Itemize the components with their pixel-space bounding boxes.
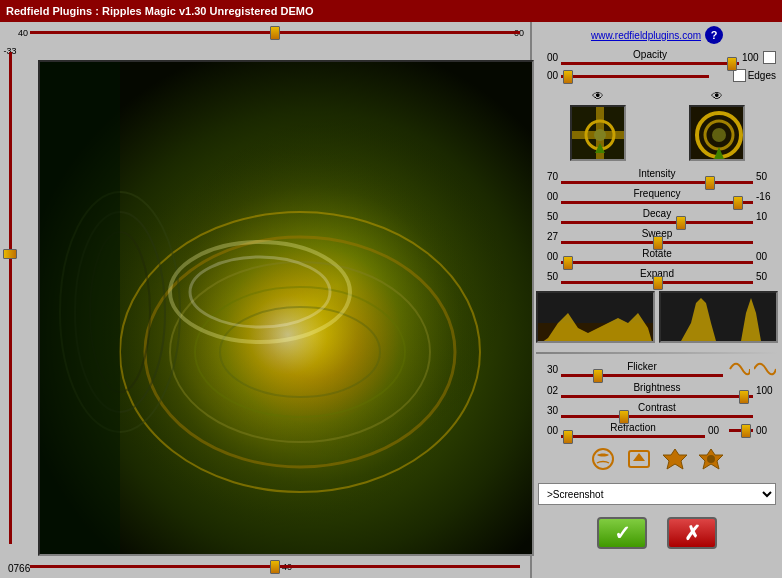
brightness-left: 02 [538, 385, 560, 396]
opacity-checkbox[interactable] [763, 51, 776, 64]
frequency-row: 00 Frequency -16 [538, 188, 776, 204]
intensity-slider[interactable] [561, 181, 753, 184]
rotate-slider[interactable] [561, 261, 753, 264]
brightness-slider[interactable] [561, 395, 753, 398]
histogram-left [536, 291, 655, 343]
deco-icon-2[interactable] [625, 447, 653, 471]
sweep-thumb[interactable] [653, 236, 663, 250]
brightness-right: 100 [754, 385, 776, 396]
expand-left: 50 [538, 271, 560, 282]
frequency-label: Frequency [633, 188, 680, 199]
screenshot-select[interactable]: >Screenshot [538, 483, 776, 505]
contrast-label: Contrast [638, 402, 676, 413]
decay-slider[interactable] [561, 221, 753, 224]
contrast-thumb[interactable] [619, 410, 629, 424]
svg-rect-13 [40, 62, 120, 556]
refraction-right2: 00 [754, 425, 776, 436]
second-slider[interactable] [561, 75, 709, 78]
expand-thumb[interactable] [653, 276, 663, 290]
sweep-row: 27 Sweep [538, 228, 776, 244]
second-slider-row: 00 Edges [538, 69, 776, 82]
refraction-thumb[interactable] [563, 430, 573, 444]
right-panel: www.redfieldplugins.com ? 00 Opacity 100… [530, 22, 782, 578]
title-bar: Redfield Plugins : Ripples Magic v1.30 U… [0, 0, 782, 22]
intensity-right: 50 [754, 171, 776, 182]
refraction-row: 00 Refraction 00 00 [538, 422, 776, 438]
left-panel: 40 00 -33 [0, 22, 530, 578]
intensity-left: 70 [538, 171, 560, 182]
website-link[interactable]: www.redfieldplugins.com [591, 30, 701, 41]
bottom-h-slider[interactable] [30, 562, 520, 570]
wave-icon-1[interactable] [728, 360, 750, 378]
svg-marker-33 [663, 449, 687, 469]
canvas-image [40, 62, 534, 556]
top-slider-thumb[interactable] [270, 26, 280, 40]
refraction-slider[interactable] [561, 435, 705, 438]
second-left-value: 00 [538, 70, 560, 81]
brightness-thumb[interactable] [739, 390, 749, 404]
pattern-thumb-right[interactable] [689, 105, 745, 161]
edges-label: Edges [748, 70, 776, 81]
second-thumb[interactable] [563, 70, 573, 84]
pattern-thumb-left[interactable] [570, 105, 626, 161]
left-slider-thumb[interactable] [3, 249, 17, 259]
eye-icon-left[interactable]: 👁 [592, 89, 604, 103]
refraction-slider2[interactable] [729, 429, 753, 432]
help-button[interactable]: ? [705, 26, 723, 44]
sweep-left: 27 [538, 231, 560, 242]
bottom-slider-thumb[interactable] [270, 560, 280, 574]
deco-icon-1[interactable] [589, 447, 617, 471]
action-buttons: ✓ ✗ [536, 517, 778, 549]
histogram-right [659, 291, 778, 343]
contrast-slider[interactable] [561, 415, 753, 418]
frequency-slider[interactable] [561, 201, 753, 204]
cancel-button[interactable]: ✗ [667, 517, 717, 549]
intensity-row: 70 Intensity 50 [538, 168, 776, 184]
deco-icons-row [536, 447, 778, 471]
flicker-slider[interactable] [561, 374, 723, 377]
eye-icon-right[interactable]: 👁 [711, 89, 723, 103]
svg-point-30 [593, 449, 613, 469]
svg-point-35 [707, 455, 715, 463]
sweep-slider[interactable] [561, 241, 753, 244]
expand-right: 50 [754, 271, 776, 282]
refraction-left: 00 [538, 425, 560, 436]
separator [536, 352, 778, 354]
decay-right: 10 [754, 211, 776, 222]
opacity-slider[interactable] [561, 62, 739, 65]
top-h-slider[interactable] [30, 28, 520, 36]
contrast-row: 30 Contrast [538, 402, 776, 418]
frequency-left: 00 [538, 191, 560, 202]
refraction-thumb2[interactable] [741, 424, 751, 438]
refraction-label: Refraction [610, 422, 656, 433]
canvas-area [38, 60, 534, 556]
wave-icon-2[interactable] [754, 360, 776, 378]
decay-left: 50 [538, 211, 560, 222]
opacity-row: 00 Opacity 100 [538, 49, 776, 65]
cancel-icon: ✗ [684, 521, 701, 545]
rotate-row: 00 Rotate 00 [538, 248, 776, 264]
rotate-right: 00 [754, 251, 776, 262]
deco-icon-3[interactable] [661, 447, 689, 471]
expand-row: 50 Expand 50 [538, 268, 776, 284]
deco-icon-4[interactable] [697, 447, 725, 471]
brightness-row: 02 Brightness 100 [538, 382, 776, 398]
wave-icons [728, 360, 776, 378]
contrast-left: 30 [538, 405, 560, 416]
svg-marker-32 [633, 453, 645, 461]
opacity-thumb[interactable] [727, 57, 737, 71]
left-v-slider[interactable] [6, 52, 14, 544]
expand-slider[interactable] [561, 281, 753, 284]
frequency-thumb[interactable] [733, 196, 743, 210]
ok-icon: ✓ [614, 521, 631, 545]
opacity-left-value: 00 [538, 52, 560, 63]
opacity-label: Opacity [633, 49, 667, 60]
decay-row: 50 Decay 10 [538, 208, 776, 224]
ok-button[interactable]: ✓ [597, 517, 647, 549]
intensity-thumb[interactable] [705, 176, 715, 190]
rotate-thumb[interactable] [563, 256, 573, 270]
flicker-thumb[interactable] [593, 369, 603, 383]
decay-thumb[interactable] [676, 216, 686, 230]
ruler-top-left: 40 [18, 28, 28, 38]
decay-label: Decay [643, 208, 671, 219]
